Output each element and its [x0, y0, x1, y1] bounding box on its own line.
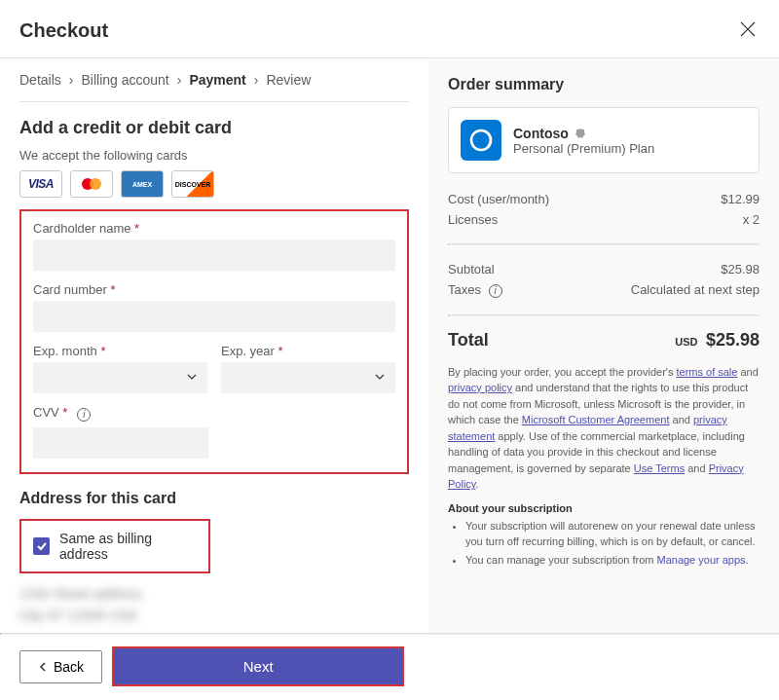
- verified-badge-icon: [575, 128, 586, 139]
- info-icon[interactable]: i: [489, 284, 502, 298]
- page-title: Checkout: [19, 19, 108, 42]
- cardholder-label: Cardholder name: [33, 221, 395, 236]
- chevron-right-icon: ›: [177, 72, 182, 88]
- cardholder-input[interactable]: [33, 239, 395, 271]
- close-icon: [740, 21, 756, 37]
- exp-year-select[interactable]: [221, 362, 395, 393]
- total-value: $25.98: [706, 330, 760, 350]
- info-icon[interactable]: i: [77, 408, 91, 422]
- cvv-label: CVV: [33, 405, 67, 420]
- close-button[interactable]: [736, 18, 760, 44]
- visa-icon: VISA: [19, 170, 62, 198]
- privacy-policy-2-link[interactable]: Privacy Policy: [448, 462, 744, 491]
- subscription-list: Your subscription will autorenew on your…: [448, 518, 760, 569]
- order-summary-panel: Order summary Contoso Personal (Premium)…: [428, 58, 779, 642]
- exp-month-select[interactable]: [33, 362, 207, 393]
- summary-divider: [448, 314, 760, 316]
- privacy-policy-link[interactable]: privacy policy: [448, 382, 512, 393]
- breadcrumb-item[interactable]: Details: [19, 72, 61, 88]
- cost-label: Cost (user/month): [448, 192, 549, 206]
- licenses-label: Licenses: [448, 212, 498, 227]
- same-address-checkbox-container[interactable]: Same as billing address: [19, 519, 210, 573]
- use-terms-link[interactable]: Use Terms: [634, 462, 685, 474]
- accepted-cards-label: We accept the following cards: [19, 148, 409, 163]
- subscription-item: Your subscription will autorenew on your…: [465, 518, 760, 550]
- cost-value: $12.99: [721, 192, 760, 206]
- product-icon: [461, 120, 501, 161]
- checkbox-checked-icon: [33, 537, 50, 555]
- next-button[interactable]: Next: [112, 646, 404, 686]
- product-name: Contoso: [513, 126, 569, 141]
- exp-year-label: Exp. year: [221, 344, 395, 358]
- summary-divider: [448, 243, 760, 245]
- back-button-label: Back: [54, 659, 84, 675]
- cvv-input[interactable]: [33, 427, 208, 459]
- taxes-value: Calculated at next step: [631, 282, 760, 298]
- mca-link[interactable]: Microsoft Customer Agreement: [522, 414, 670, 425]
- total-label: Total: [448, 330, 489, 350]
- terms-of-sale-link[interactable]: terms of sale: [676, 366, 737, 378]
- chevron-right-icon: ›: [254, 72, 259, 88]
- address-heading: Address for this card: [19, 490, 409, 507]
- legal-text: By placing your order, you accept the pr…: [448, 364, 760, 493]
- back-button[interactable]: Back: [19, 650, 102, 683]
- exp-month-label: Exp. month: [33, 344, 207, 358]
- payment-form: Cardholder name Card number Exp. month: [19, 209, 409, 474]
- total-currency: USD: [675, 336, 697, 348]
- next-button-label: Next: [243, 658, 274, 675]
- subtotal-value: $25.98: [721, 262, 760, 276]
- subscription-item: You can manage your subscription from Ma…: [465, 552, 760, 569]
- same-address-label: Same as billing address: [59, 531, 197, 562]
- mastercard-icon: [70, 170, 113, 198]
- footer: Back Next: [0, 633, 779, 700]
- breadcrumb-item[interactable]: Review: [266, 72, 311, 88]
- product-card: Contoso Personal (Premium) Plan: [448, 107, 760, 173]
- card-logos: VISA AMEX DISCOVER: [19, 170, 409, 198]
- chevron-right-icon: ›: [69, 72, 74, 88]
- taxes-label: Taxes: [448, 282, 481, 297]
- form-heading: Add a credit or debit card: [19, 118, 409, 138]
- breadcrumb-item-current: Payment: [189, 72, 245, 88]
- subtotal-label: Subtotal: [448, 262, 495, 276]
- discover-icon: DISCOVER: [171, 170, 214, 198]
- chevron-left-icon: [38, 662, 48, 672]
- licenses-value: x 2: [743, 212, 760, 227]
- summary-heading: Order summary: [448, 76, 760, 93]
- breadcrumb-item[interactable]: Billing account: [81, 72, 168, 88]
- product-plan: Personal (Premium) Plan: [513, 141, 654, 156]
- header: Checkout: [0, 0, 779, 57]
- card-number-input[interactable]: [33, 301, 395, 332]
- card-number-label: Card number: [33, 282, 395, 297]
- blurred-address: 1234 Street addressCity ST 12345 USA: [19, 583, 409, 627]
- amex-icon: AMEX: [121, 170, 164, 198]
- breadcrumb: Details › Billing account › Payment › Re…: [19, 58, 409, 101]
- manage-apps-link[interactable]: Manage your apps: [656, 554, 745, 566]
- subscription-heading: About your subscription: [448, 502, 760, 514]
